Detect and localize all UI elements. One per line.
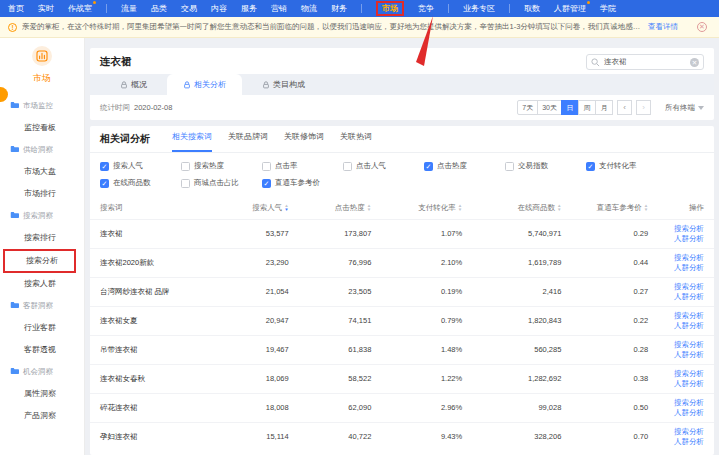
sidebar-item-search-ranking[interactable]: 搜索排行 — [0, 227, 84, 249]
nav-item-marketing[interactable]: 营销 — [271, 0, 287, 17]
search-analysis-link[interactable]: 搜索分析 — [658, 224, 704, 234]
column-header-search-popularity[interactable]: 搜索人气▲▼ — [216, 197, 299, 219]
nav-item-traffic[interactable]: 流量 — [121, 0, 137, 17]
keyword-cell[interactable]: 连衣裙女春秋 — [90, 364, 216, 393]
nav-item-market[interactable]: 市场 — [376, 1, 404, 16]
search-analysis-link[interactable]: 搜索分析 — [658, 369, 704, 379]
nav-item-home[interactable]: 首页 — [8, 0, 24, 17]
search-analysis-link[interactable]: 搜索分析 — [658, 427, 704, 437]
nav-item-warroom[interactable]: 作战室 — [68, 0, 92, 17]
nav-divider — [509, 4, 510, 13]
filter-mall-click-ratio[interactable]: ✓商城点击占比 — [181, 178, 262, 188]
sort-icon: ▲▼ — [458, 204, 462, 212]
sidebar-item-monitor-board[interactable]: 监控看板 — [0, 117, 84, 139]
crowd-analysis-link[interactable]: 人群分析 — [658, 234, 704, 244]
nav-item-service[interactable]: 服务 — [241, 0, 257, 17]
tab-category-composition[interactable]: 类目构成 — [246, 74, 321, 95]
keyword-cell[interactable]: 碎花连衣裙 — [90, 393, 216, 422]
pay-conversion-cell: 2.10% — [381, 248, 472, 277]
column-header-click-heat[interactable]: 点击热度▲▼ — [299, 197, 382, 219]
crowd-analysis-link[interactable]: 人群分析 — [658, 292, 704, 302]
filter-trade-index[interactable]: ✓交易指数 — [505, 161, 586, 171]
sidebar-item-market-ranking[interactable]: 市场排行 — [0, 183, 84, 205]
sidebar-item-product-insight[interactable]: 产品洞察 — [0, 405, 84, 427]
click-heat-cell: 173,807 — [299, 219, 382, 248]
nav-item-content[interactable]: 内容 — [211, 0, 227, 17]
crowd-analysis-link[interactable]: 人群分析 — [658, 350, 704, 360]
keyword-cell[interactable]: 连衣裙 — [90, 219, 216, 248]
checkbox-icon: ✓ — [100, 162, 109, 171]
tab-overview[interactable]: 概况 — [104, 74, 163, 95]
checkbox-icon: ✓ — [586, 162, 595, 171]
nav-item-academy[interactable]: 学院 — [600, 0, 616, 17]
filter-click-rate[interactable]: ✓点击率 — [262, 161, 343, 171]
pay-conversion-cell: 0.79% — [381, 306, 472, 335]
nav-item-competition[interactable]: 竞争 — [418, 0, 434, 17]
date-btn-week[interactable]: 周 — [578, 100, 596, 115]
next-date-button[interactable]: › — [636, 100, 651, 115]
prev-date-button[interactable]: ‹ — [617, 100, 632, 115]
keyword-cell[interactable]: 连衣裙2020新款 — [90, 248, 216, 277]
filter-click-popularity[interactable]: ✓点击人气 — [343, 161, 424, 171]
date-btn-7d[interactable]: 7天 — [517, 100, 538, 115]
crowd-analysis-link[interactable]: 人群分析 — [658, 437, 704, 447]
subtab-hot-words[interactable]: 关联热词 — [340, 126, 372, 152]
search-analysis-link[interactable]: 搜索分析 — [658, 398, 704, 408]
ztc-price-cell: 0.70 — [571, 422, 658, 451]
nav-item-category[interactable]: 品类 — [151, 0, 167, 17]
sidebar-item-attribute-insight[interactable]: 属性洞察 — [0, 383, 84, 405]
nav-item-logistics[interactable]: 物流 — [301, 0, 317, 17]
search-analysis-link[interactable]: 搜索分析 — [658, 253, 704, 263]
filter-pay-conversion[interactable]: ✓支付转化率 — [586, 161, 667, 171]
keyword-cell[interactable]: 台湾网纱连衣裙 品牌 — [90, 277, 216, 306]
notice-detail-link[interactable]: 查看详情 — [648, 22, 678, 32]
sidebar-group-crowd-insight: 客群洞察 — [0, 295, 84, 317]
nav-item-business-zone[interactable]: 业务专区 — [463, 0, 495, 17]
pay-conversion-cell: 1.48% — [381, 335, 472, 364]
search-analysis-link[interactable]: 搜索分析 — [658, 340, 704, 350]
column-header-ztc-price[interactable]: 直通车参考价▲▼ — [571, 197, 658, 219]
sidebar-item-industry-crowd[interactable]: 行业客群 — [0, 317, 84, 339]
date-btn-30d[interactable]: 30天 — [537, 100, 562, 115]
crowd-analysis-link[interactable]: 人群分析 — [658, 408, 704, 418]
clear-icon[interactable]: ✕ — [690, 58, 699, 67]
nav-item-data-fetch[interactable]: 取数 — [524, 0, 540, 17]
filter-click-heat[interactable]: ✓点击热度 — [424, 161, 505, 171]
search-input[interactable] — [604, 58, 686, 67]
date-btn-day[interactable]: 日 — [561, 100, 579, 115]
filter-search-popularity[interactable]: ✓搜索人气 — [100, 161, 181, 171]
keyword-cell[interactable]: 连衣裙女夏 — [90, 306, 216, 335]
search-analysis-link[interactable]: 搜索分析 — [658, 282, 704, 292]
nav-item-realtime[interactable]: 实时 — [38, 0, 54, 17]
nav-item-trade[interactable]: 交易 — [181, 0, 197, 17]
sidebar-group-label: 市场监控 — [23, 101, 53, 111]
subtab-brand-words[interactable]: 关联品牌词 — [228, 126, 268, 152]
column-header-online-items[interactable]: 在线商品数▲▼ — [472, 197, 571, 219]
nav-item-finance[interactable]: 财务 — [331, 0, 347, 17]
crowd-analysis-link[interactable]: 人群分析 — [658, 379, 704, 389]
crowd-analysis-link[interactable]: 人群分析 — [658, 321, 704, 331]
keyword-cell[interactable]: 吊带连衣裙 — [90, 335, 216, 364]
sidebar-item-crowd-perspective[interactable]: 客群透视 — [0, 339, 84, 361]
sidebar-app-label: 市场 — [0, 72, 84, 85]
nav-item-crowd-management[interactable]: 人群管理 — [554, 0, 586, 17]
date-btn-month[interactable]: 月 — [595, 100, 613, 115]
filter-search-heat[interactable]: ✓搜索热度 — [181, 161, 262, 171]
search-popularity-cell: 18,069 — [216, 364, 299, 393]
crowd-analysis-link[interactable]: 人群分析 — [658, 263, 704, 273]
filter-online-items[interactable]: ✓在线商品数 — [100, 178, 181, 188]
sidebar-item-search-analysis[interactable]: 搜索分析 — [3, 249, 76, 273]
column-header-pay-conversion[interactable]: 支付转化率▲▼ — [381, 197, 472, 219]
terminal-select[interactable]: 所有终端 — [665, 103, 704, 113]
sidebar-item-search-crowd[interactable]: 搜索人群 — [0, 273, 84, 295]
notice-close-icon[interactable]: ✕ — [697, 22, 707, 32]
keyword-search-box[interactable]: ✕ — [586, 54, 704, 70]
filter-ztc-price[interactable]: ✓直通车参考价 — [262, 178, 343, 188]
keyword-cell[interactable]: 孕妇连衣裙 — [90, 422, 216, 451]
subtab-modifier-words[interactable]: 关联修饰词 — [284, 126, 324, 152]
nav-item-label: 人群管理 — [554, 4, 586, 13]
subtab-related-search-words[interactable]: 相关搜索词 — [172, 126, 212, 152]
tab-related-analysis[interactable]: 相关分析 — [167, 74, 242, 95]
sidebar-item-market-overview[interactable]: 市场大盘 — [0, 161, 84, 183]
search-analysis-link[interactable]: 搜索分析 — [658, 311, 704, 321]
